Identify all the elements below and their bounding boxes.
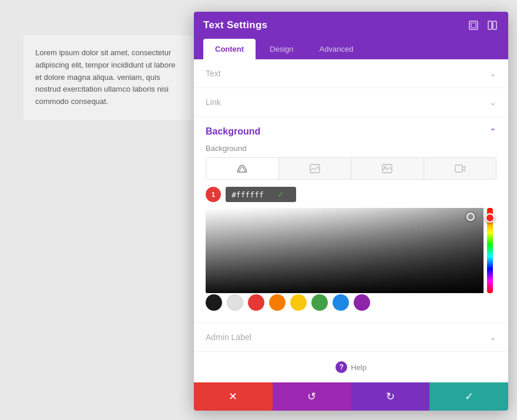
- link-section-chevron: ⌄: [489, 98, 496, 107]
- background-section-title: Background: [206, 126, 260, 137]
- swatch-purple[interactable]: [354, 294, 370, 311]
- page-lorem-text: Lorem ipsum dolor sit amet, consectetur …: [35, 47, 182, 108]
- page-content: Lorem ipsum dolor sit amet, consectetur …: [24, 35, 194, 120]
- admin-label-section-row[interactable]: Admin Label ⌄: [194, 322, 508, 352]
- color-confirm-icon[interactable]: ✓: [277, 190, 284, 199]
- text-section-chevron: ⌄: [489, 69, 496, 78]
- resize-icon[interactable]: [467, 19, 480, 32]
- color-swatches: [206, 293, 496, 313]
- color-input-wrapper[interactable]: ✓: [226, 187, 296, 202]
- svg-rect-2: [488, 21, 492, 29]
- bg-type-image-simple[interactable]: [279, 158, 352, 179]
- panel-header: Text Settings: [194, 12, 508, 39]
- confirm-button[interactable]: ✓: [429, 382, 508, 411]
- bg-type-color[interactable]: [206, 158, 279, 179]
- hue-slider-track[interactable]: [487, 208, 493, 293]
- settings-panel: Text Settings Content Design Advanced: [194, 12, 508, 411]
- text-section-row[interactable]: Text ⌄: [194, 59, 508, 88]
- tab-advanced[interactable]: Advanced: [308, 39, 365, 59]
- cancel-button[interactable]: ✕: [194, 382, 273, 411]
- svg-rect-0: [469, 21, 478, 29]
- bg-type-video[interactable]: [424, 158, 496, 179]
- color-gradient-picker[interactable]: [206, 208, 496, 293]
- bg-type-image[interactable]: [351, 158, 424, 179]
- bg-type-selector: [206, 157, 496, 180]
- panel-title: Text Settings: [203, 19, 267, 31]
- panel-body: Text ⌄ Link ⌄ Background ⌃ Background: [194, 59, 508, 382]
- tab-content[interactable]: Content: [203, 39, 256, 59]
- color-input-row: 1 ✓: [206, 187, 496, 202]
- svg-rect-5: [310, 164, 320, 173]
- link-section-row[interactable]: Link ⌄: [194, 88, 508, 117]
- swatch-blue[interactable]: [333, 294, 349, 311]
- hue-slider-handle[interactable]: [485, 213, 495, 223]
- panel-tabs: Content Design Advanced: [194, 39, 508, 59]
- background-section-toggle[interactable]: ⌃: [489, 127, 496, 136]
- reset-button[interactable]: ↺: [273, 382, 351, 411]
- swatch-white[interactable]: [227, 294, 243, 311]
- swatch-yellow[interactable]: [290, 294, 307, 311]
- svg-rect-3: [493, 21, 496, 29]
- help-row: ? Help: [194, 352, 508, 382]
- background-section: Background ⌃ Background: [194, 117, 508, 313]
- svg-line-7: [313, 168, 315, 170]
- help-icon[interactable]: ?: [335, 361, 347, 373]
- link-section-label: Link: [206, 98, 221, 107]
- admin-label-section-label: Admin Label: [206, 332, 251, 342]
- panel-header-icons: [467, 19, 499, 32]
- svg-point-11: [384, 166, 386, 168]
- swatch-red[interactable]: [248, 294, 264, 311]
- color-hex-input[interactable]: [231, 190, 273, 199]
- color-picker-handle[interactable]: [466, 213, 475, 221]
- swatch-orange[interactable]: [269, 294, 286, 311]
- tab-design[interactable]: Design: [258, 39, 305, 59]
- background-section-header: Background ⌃: [194, 117, 508, 142]
- color-badge-number: 1: [206, 187, 221, 202]
- help-text[interactable]: Help: [351, 363, 367, 372]
- svg-rect-1: [471, 23, 476, 28]
- panel-footer: ✕ ↺ ↻ ✓: [194, 382, 508, 411]
- swatch-green[interactable]: [311, 294, 328, 311]
- redo-button[interactable]: ↻: [351, 382, 430, 411]
- background-field-label: Background: [194, 142, 508, 157]
- text-section-label: Text: [206, 69, 221, 78]
- svg-rect-12: [455, 165, 462, 172]
- svg-line-8: [315, 167, 317, 170]
- swatch-black[interactable]: [206, 294, 222, 311]
- admin-label-section-chevron: ⌄: [489, 332, 496, 342]
- color-picker: 1 ✓: [206, 187, 496, 313]
- color-saturation-canvas[interactable]: [206, 208, 484, 293]
- hue-slider-area[interactable]: [484, 208, 496, 293]
- split-view-icon[interactable]: [486, 19, 499, 32]
